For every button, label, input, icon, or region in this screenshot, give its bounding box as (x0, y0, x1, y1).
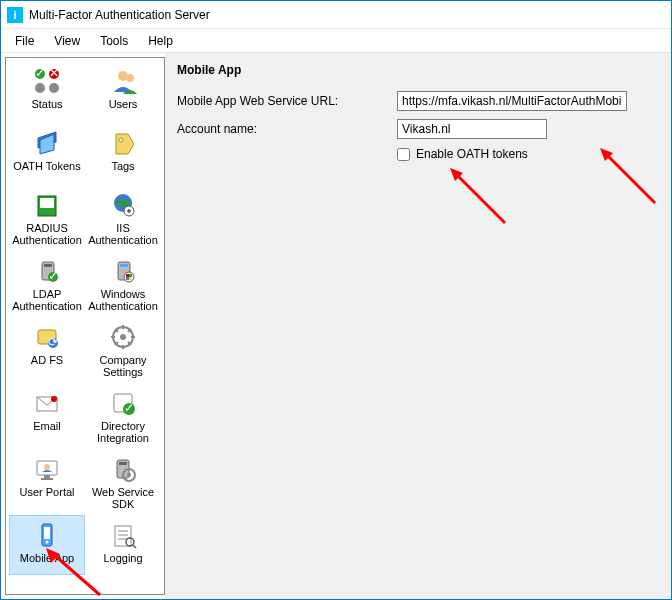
sidebar-item-tags[interactable]: Tags (85, 123, 161, 183)
url-input[interactable] (397, 91, 627, 111)
sidebar-item-oath-tokens[interactable]: OATH Tokens (9, 123, 85, 183)
svg-point-8 (119, 138, 123, 142)
sidebar-item-status[interactable]: ✓✕ Status (9, 61, 85, 121)
svg-point-28 (120, 334, 126, 340)
adfs-icon: ⟳ (32, 322, 62, 352)
sidebar-item-label: Directory Integration (97, 420, 149, 444)
sidebar-item-ldap-authentication[interactable]: ✓ LDAP Authentication (9, 251, 85, 315)
svg-rect-21 (129, 274, 132, 277)
svg-point-5 (49, 83, 59, 93)
svg-rect-10 (40, 198, 54, 208)
svg-rect-39 (119, 462, 127, 465)
oath-tokens-icon (32, 128, 62, 158)
menu-tools[interactable]: Tools (90, 31, 138, 51)
ldap-icon: ✓ (32, 256, 62, 286)
sidebar-item-label: OATH Tokens (13, 160, 80, 172)
svg-rect-43 (44, 527, 50, 539)
sidebar-item-label: Users (109, 98, 138, 110)
svg-point-41 (127, 473, 131, 477)
sidebar-item-windows-authentication[interactable]: Windows Authentication (85, 251, 161, 315)
menu-view[interactable]: View (44, 31, 90, 51)
svg-line-50 (133, 545, 136, 548)
sidebar-item-label: User Portal (19, 486, 74, 498)
menubar: File View Tools Help (1, 29, 671, 53)
svg-rect-23 (129, 277, 132, 280)
sidebar-item-label: Tags (111, 160, 134, 172)
account-label: Account name: (177, 122, 397, 136)
menu-file[interactable]: File (5, 31, 44, 51)
svg-point-7 (126, 74, 134, 82)
window-title: Multi-Factor Authentication Server (29, 8, 210, 22)
svg-rect-45 (115, 526, 131, 546)
svg-text:✓: ✓ (124, 401, 134, 415)
sidebar-item-adfs[interactable]: ⟳ AD FS (9, 317, 85, 381)
enable-oath-label: Enable OATH tokens (416, 147, 528, 161)
sidebar: ✓✕ Status Users OATH Tokens Ta (5, 57, 165, 595)
sidebar-item-logging[interactable]: Logging (85, 515, 161, 575)
sidebar-item-label: Web Service SDK (92, 486, 154, 510)
windows-auth-icon (108, 256, 138, 286)
menu-help[interactable]: Help (138, 31, 183, 51)
main-panel: Mobile App Mobile App Web Service URL: A… (165, 53, 671, 599)
annotation-arrow (445, 163, 515, 236)
svg-rect-22 (126, 277, 129, 280)
web-service-sdk-icon (108, 454, 138, 484)
sidebar-item-label: AD FS (31, 354, 63, 366)
sidebar-item-user-portal[interactable]: User Portal (9, 449, 85, 513)
user-portal-icon (32, 454, 62, 484)
tags-icon (108, 128, 138, 158)
svg-rect-36 (41, 478, 53, 480)
users-icon (108, 66, 138, 96)
radius-icon (32, 190, 62, 220)
enable-oath-checkbox[interactable] (397, 148, 410, 161)
company-settings-icon (108, 322, 138, 352)
sidebar-item-iis-authentication[interactable]: IIS Authentication (85, 185, 161, 249)
svg-text:✓: ✓ (48, 269, 58, 283)
svg-line-53 (455, 173, 505, 223)
svg-rect-14 (44, 264, 52, 267)
directory-integration-icon: ✓ (108, 388, 138, 418)
email-icon (32, 388, 62, 418)
sidebar-item-label: Windows Authentication (88, 288, 158, 312)
svg-marker-54 (450, 168, 463, 181)
sidebar-item-email[interactable]: Email (9, 383, 85, 447)
account-name-input[interactable] (397, 119, 547, 139)
status-icon: ✓✕ (32, 66, 62, 96)
panel-heading: Mobile App (177, 63, 659, 77)
sidebar-item-company-settings[interactable]: Company Settings (85, 317, 161, 381)
svg-text:✕: ✕ (49, 66, 59, 80)
svg-point-44 (46, 541, 49, 544)
svg-rect-35 (44, 475, 50, 478)
sidebar-item-label: IIS Authentication (88, 222, 158, 246)
sidebar-item-label: Logging (103, 552, 142, 564)
svg-point-4 (35, 83, 45, 93)
window-titlebar: i Multi-Factor Authentication Server (1, 1, 671, 29)
sidebar-item-users[interactable]: Users (85, 61, 161, 121)
sidebar-item-label: RADIUS Authentication (12, 222, 82, 246)
iis-icon (108, 190, 138, 220)
sidebar-item-label: Status (31, 98, 62, 110)
sidebar-item-label: Company Settings (99, 354, 146, 378)
sidebar-item-label: LDAP Authentication (12, 288, 82, 312)
mobile-app-icon (32, 520, 62, 550)
sidebar-item-web-service-sdk[interactable]: Web Service SDK (85, 449, 161, 513)
svg-point-30 (51, 396, 57, 402)
svg-point-37 (44, 464, 50, 470)
sidebar-item-label: Email (33, 420, 61, 432)
app-icon: i (7, 7, 23, 23)
svg-rect-18 (120, 264, 128, 267)
sidebar-item-directory-integration[interactable]: ✓ Directory Integration (85, 383, 161, 447)
sidebar-item-radius-authentication[interactable]: RADIUS Authentication (9, 185, 85, 249)
sidebar-item-label: Mobile App (20, 552, 74, 564)
sidebar-item-mobile-app[interactable]: Mobile App (9, 515, 85, 575)
svg-text:⟳: ⟳ (48, 335, 58, 349)
svg-text:✓: ✓ (35, 66, 45, 80)
url-label: Mobile App Web Service URL: (177, 94, 397, 108)
svg-rect-20 (126, 274, 129, 277)
logging-icon (108, 520, 138, 550)
